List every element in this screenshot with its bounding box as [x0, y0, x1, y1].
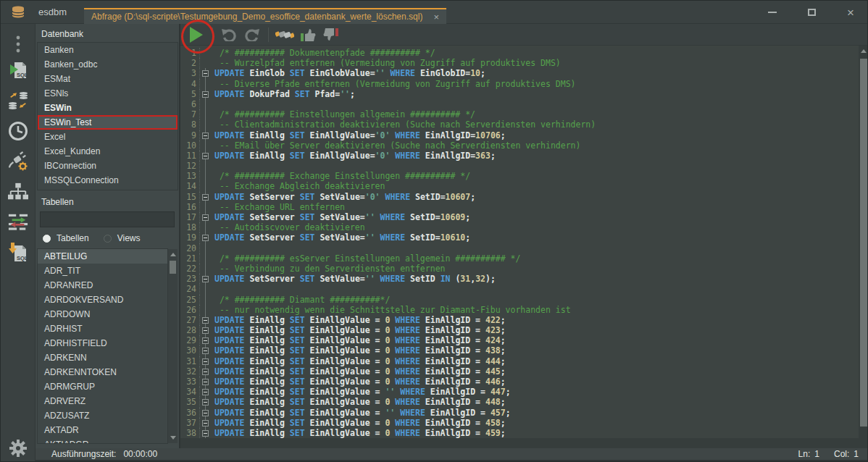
- code-line[interactable]: 16 -- Exchange URL entfernen: [180, 202, 859, 212]
- code-line[interactable]: 15UPDATE SetServer SET SetValue='0' WHER…: [180, 192, 859, 202]
- undo-button[interactable]: [219, 25, 239, 44]
- fold-collapse-icon[interactable]: [202, 327, 209, 334]
- database-item[interactable]: MSSQLConnection: [38, 173, 178, 188]
- fold-collapse-icon[interactable]: [202, 276, 209, 282]
- table-item[interactable]: ADZUSATZ: [38, 408, 167, 423]
- fold-collapse-icon[interactable]: [202, 389, 209, 395]
- scroll-down-icon[interactable]: [170, 436, 176, 440]
- fold-collapse-icon[interactable]: [202, 410, 209, 416]
- code-line[interactable]: 1 /* ########## Dokumentenpfade ########…: [180, 48, 859, 58]
- fold-collapse-icon[interactable]: [202, 70, 209, 77]
- database-item[interactable]: ESNls: [38, 86, 178, 101]
- kebab-menu-icon[interactable]: [8, 34, 28, 54]
- fold-collapse-icon[interactable]: [202, 399, 209, 406]
- thumbs-down-rollback-icon[interactable]: [321, 25, 341, 44]
- code-line[interactable]: 34UPDATE EinAllg SET EinAllgValue = '' W…: [180, 387, 859, 397]
- table-search-input[interactable]: [40, 211, 175, 227]
- minimize-button[interactable]: [761, 4, 783, 21]
- code-line[interactable]: 33UPDATE EinAllg SET EinAllgValue = 0 WH…: [180, 377, 859, 387]
- radio-views[interactable]: [104, 235, 112, 243]
- code-line[interactable]: 7 /* ########## Einstellungen allgemein …: [180, 109, 859, 119]
- database-transfer-icon[interactable]: [8, 91, 28, 111]
- database-item[interactable]: IBConnection: [38, 159, 178, 173]
- code-line[interactable]: 17UPDATE SetServer SET SetValue='' WHERE…: [180, 212, 859, 222]
- tab-query-file[interactable]: Abfrage (D:\sql-scripte\Testumgebung_Dem…: [84, 8, 446, 24]
- code-line[interactable]: 22 -- Verbindung zu den Serverdiensten e…: [180, 264, 859, 274]
- code-line[interactable]: 20: [180, 243, 859, 253]
- code-line[interactable]: 18 -- Autodiscvover deaktivieren: [180, 222, 859, 232]
- table-item[interactable]: ADRMGRUP: [38, 379, 167, 394]
- code-line[interactable]: 37UPDATE EinAllg SET EinAllgValue = 0 WH…: [180, 418, 859, 428]
- code-line[interactable]: 23UPDATE SetServer SET SetValue='' WHERE…: [180, 274, 859, 284]
- structure-tree-icon[interactable]: [8, 182, 28, 202]
- code-line[interactable]: 10 -- EMail über Server deaktivieren (Su…: [180, 140, 859, 151]
- code-line[interactable]: 26 -- nur notwendig wenn die Schnittstel…: [180, 305, 859, 315]
- code-line[interactable]: 4 -- Diverse Pfade entfernen (Vermeidung…: [180, 79, 859, 89]
- code-line[interactable]: 38UPDATE EinAllg SET EinAllgValue = 0 WH…: [180, 428, 859, 438]
- table-item[interactable]: ADR_TIT: [38, 264, 167, 278]
- database-item[interactable]: ESWin_Test: [38, 115, 178, 130]
- table-item[interactable]: ADRDOKVERSAND: [38, 293, 167, 307]
- code-line[interactable]: 9UPDATE EinAllg SET EinAllgValue='0' WHE…: [180, 130, 859, 140]
- tab-close-icon[interactable]: ×: [427, 12, 439, 22]
- scroll-up-icon[interactable]: [170, 253, 176, 256]
- code-line[interactable]: 24: [180, 284, 859, 294]
- table-item[interactable]: AKTADR: [38, 423, 167, 437]
- fold-collapse-icon[interactable]: [202, 91, 209, 98]
- connection-plug-icon[interactable]: [8, 151, 28, 172]
- close-window-button[interactable]: ×: [840, 4, 861, 21]
- code-line[interactable]: 30UPDATE EinAllg SET EinAllgValue = 0 WH…: [180, 345, 859, 356]
- code-line[interactable]: 12: [180, 161, 859, 171]
- code-line[interactable]: 35UPDATE EinAllg SET EinAllgValue = 0 WH…: [180, 397, 859, 407]
- database-item[interactable]: ESWin: [38, 101, 178, 115]
- editor-horizontal-scrollbar[interactable]: [180, 438, 859, 448]
- table-item[interactable]: ADRVERZ: [38, 394, 167, 408]
- table-item[interactable]: ADRDOWN: [38, 307, 167, 322]
- database-item[interactable]: Banken: [38, 43, 178, 57]
- code-line[interactable]: 11UPDATE EinAllg SET EinAllgValue='0' WH…: [180, 151, 859, 161]
- redo-button[interactable]: [242, 25, 262, 44]
- code-line[interactable]: 13 /* ########## Exchange Einstellungen …: [180, 171, 859, 181]
- radio-tabellen[interactable]: [43, 235, 51, 243]
- fold-collapse-icon[interactable]: [202, 235, 209, 241]
- database-item[interactable]: Banken_odbc: [38, 57, 178, 72]
- code-line[interactable]: 3UPDATE EinGlob SET EinGlobValue='' WHER…: [180, 68, 859, 78]
- fold-collapse-icon[interactable]: [202, 194, 209, 201]
- run-sql-file-icon[interactable]: SQL: [8, 60, 28, 80]
- fold-collapse-icon[interactable]: [202, 214, 209, 221]
- scroll-up-icon[interactable]: [861, 49, 867, 53]
- run-button[interactable]: [186, 25, 206, 44]
- scrollbar-thumb[interactable]: [170, 261, 176, 274]
- fold-collapse-icon[interactable]: [202, 317, 209, 324]
- fold-collapse-icon[interactable]: [202, 379, 209, 385]
- table-item[interactable]: AKTIADGR: [38, 437, 167, 444]
- editor-vertical-scrollbar[interactable]: [859, 46, 868, 438]
- table-item[interactable]: ADRANRED: [38, 278, 167, 293]
- database-item[interactable]: Excel: [38, 130, 178, 144]
- export-sql-icon[interactable]: SQL: [8, 243, 28, 263]
- compare-diff-icon[interactable]: [8, 212, 28, 232]
- code-line[interactable]: 36UPDATE EinAllg SET EinAllgValue = '' W…: [180, 408, 859, 418]
- database-item[interactable]: Excel_Kunden: [38, 144, 178, 159]
- database-item[interactable]: ESMat: [38, 72, 178, 86]
- table-item[interactable]: ADRKENN: [38, 350, 167, 365]
- settings-gear-icon[interactable]: [8, 438, 28, 458]
- fold-collapse-icon[interactable]: [202, 337, 209, 344]
- maximize-button[interactable]: [801, 4, 822, 21]
- scrollbar-thumb[interactable]: [860, 59, 867, 427]
- code-line[interactable]: 25 /* ########## Diamant ##########*/: [180, 295, 859, 305]
- code-line[interactable]: 28UPDATE EinAllg SET EinAllgValue = 0 WH…: [180, 325, 859, 335]
- code-line[interactable]: 14 -- Exchange Abgleich deaktivieren: [180, 181, 859, 191]
- code-line[interactable]: 31UPDATE EinAllg SET EinAllgValue = 0 WH…: [180, 356, 859, 366]
- fold-collapse-icon[interactable]: [202, 348, 209, 354]
- fold-collapse-icon[interactable]: [202, 358, 209, 365]
- code-line[interactable]: 2 -- Wurzelpfad entfernen (Vermeidung vo…: [180, 58, 859, 68]
- table-item[interactable]: ABTEILUG: [38, 249, 167, 264]
- fold-collapse-icon[interactable]: [202, 133, 209, 139]
- table-item[interactable]: ADRKENNTOKEN: [38, 365, 167, 379]
- code-line[interactable]: 21 /* ########## esServer Einstellungen …: [180, 253, 859, 264]
- code-line[interactable]: 29UPDATE EinAllg SET EinAllgValue = 0 WH…: [180, 335, 859, 345]
- code-line[interactable]: 5UPDATE DokuPfad SET Pfad='';: [180, 89, 859, 99]
- code-line[interactable]: 27UPDATE EinAllg SET EinAllgValue = 0 WH…: [180, 315, 859, 325]
- table-item[interactable]: ADRHIST: [38, 322, 167, 336]
